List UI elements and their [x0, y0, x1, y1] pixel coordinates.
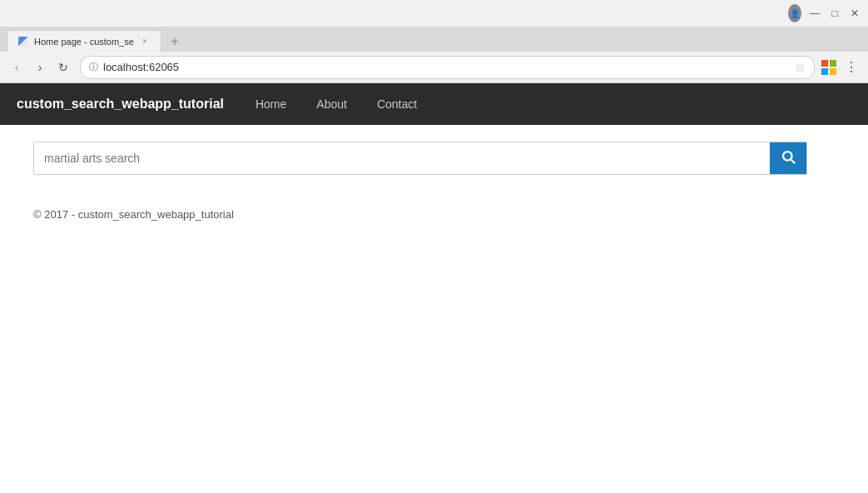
tab-bar: Home page - custom_se × + [0, 27, 868, 52]
browser-window: 👤 — □ ✕ Home page - custom_se × + ‹ › ↻ … [0, 0, 868, 237]
refresh-button[interactable]: ↻ [53, 57, 73, 77]
svg-rect-1 [830, 60, 836, 67]
footer-text: © 2017 - custom_search_webapp_tutorial [33, 208, 234, 221]
maximize-button[interactable]: □ [828, 7, 841, 20]
favicon-icon [18, 37, 28, 47]
new-tab-button[interactable]: + [165, 32, 185, 52]
nav-about[interactable]: About [310, 94, 354, 114]
title-bar: 👤 — □ ✕ [0, 0, 868, 27]
close-window-button[interactable]: ✕ [848, 7, 861, 20]
url-text: localhost:62065 [103, 61, 790, 73]
search-input[interactable] [34, 142, 770, 174]
nav-home[interactable]: Home [249, 94, 293, 114]
search-box [33, 142, 807, 175]
svg-rect-0 [821, 60, 828, 67]
svg-rect-2 [821, 68, 828, 75]
svg-rect-3 [830, 68, 836, 75]
nav-contact[interactable]: Contact [370, 94, 424, 114]
site-nav-links: Home About Contact [249, 94, 424, 114]
forward-button[interactable]: › [30, 57, 50, 77]
minimize-button[interactable]: — [808, 7, 821, 20]
browser-menu-button[interactable]: ⋮ [841, 59, 861, 75]
bookmark-icon[interactable]: ☆ [795, 61, 806, 74]
search-button[interactable] [770, 142, 806, 174]
tab-title: Home page - custom_se [34, 37, 134, 47]
back-button[interactable]: ‹ [7, 57, 27, 77]
secure-icon: ⓘ [89, 61, 98, 73]
svg-line-5 [791, 159, 794, 162]
windows-icon[interactable] [821, 60, 836, 75]
site-content [0, 125, 868, 192]
site-container: custom_search_webapp_tutorial Home About… [0, 83, 868, 237]
site-footer: © 2017 - custom_search_webapp_tutorial [0, 192, 868, 237]
tab-close-button[interactable]: × [139, 36, 151, 47]
tab-favicon [17, 36, 29, 47]
url-bar[interactable]: ⓘ localhost:62065 ☆ [80, 56, 815, 79]
title-bar-controls: 👤 — □ ✕ [788, 7, 861, 20]
active-tab[interactable]: Home page - custom_se × [7, 30, 161, 52]
avatar: 👤 [788, 4, 801, 22]
address-bar: ‹ › ↻ ⓘ localhost:62065 ☆ ⋮ [0, 52, 868, 83]
nav-controls: ‹ › ↻ [7, 57, 73, 77]
user-account-button[interactable]: 👤 [788, 7, 801, 20]
browser-actions: ⋮ [821, 59, 861, 75]
site-brand: custom_search_webapp_tutorial [17, 97, 224, 112]
site-navbar: custom_search_webapp_tutorial Home About… [0, 83, 868, 125]
search-icon [781, 149, 796, 167]
